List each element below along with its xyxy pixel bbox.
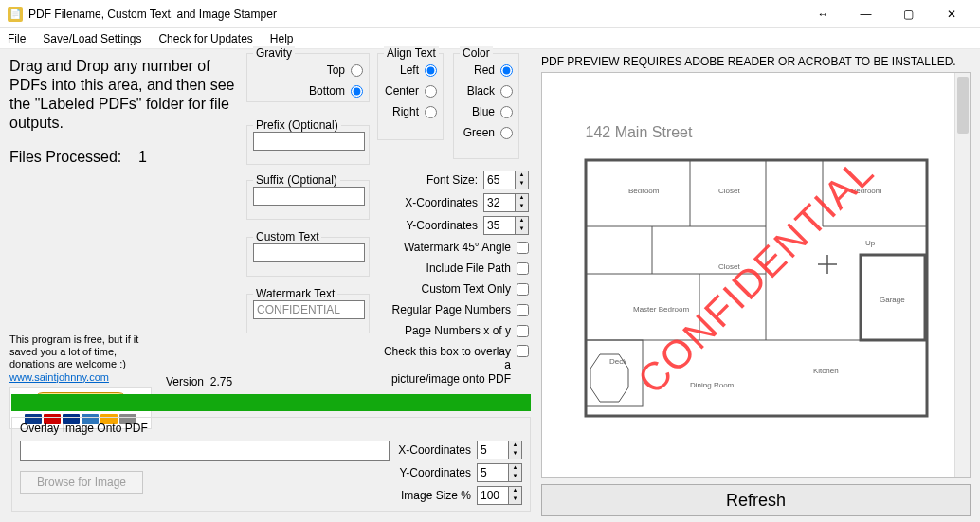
- browse-image-button[interactable]: Browse for Image: [20, 471, 143, 494]
- color-blue-radio[interactable]: [500, 106, 513, 118]
- align-title: Align Text: [384, 46, 439, 60]
- y-coord-label: Y-Coordinates: [406, 219, 478, 232]
- color-green-radio[interactable]: [500, 127, 513, 139]
- color-red-radio[interactable]: [500, 64, 513, 77]
- version-label: Version: [166, 375, 204, 388]
- overlay-path-input[interactable]: [20, 441, 390, 461]
- overlay-y-label: Y-Coordinates: [399, 466, 471, 479]
- overlay-y-spinner[interactable]: ▲▼: [477, 463, 522, 482]
- watermark-text-title: Watermark Text: [253, 287, 337, 300]
- x-coord-input[interactable]: [483, 193, 516, 212]
- x-coord-spinner[interactable]: ▲▼: [483, 193, 529, 212]
- window-title: PDF Filename, Custom Text, and Image Sta…: [28, 8, 802, 21]
- color-black-label: Black: [467, 84, 495, 98]
- gravity-bottom-radio[interactable]: [351, 85, 363, 98]
- font-size-label: Font Size:: [426, 173, 478, 187]
- check-reg-page[interactable]: [517, 304, 529, 316]
- check-custom-only[interactable]: [517, 283, 529, 296]
- gravity-title: Gravity: [253, 46, 295, 60]
- custom-text-title: Custom Text: [253, 230, 321, 243]
- align-left-label: Left: [400, 63, 419, 77]
- maximize-button[interactable]: ▢: [887, 0, 930, 28]
- files-processed-label: Files Processed:: [9, 149, 121, 165]
- close-button[interactable]: ✕: [930, 0, 972, 28]
- color-blue-label: Blue: [472, 105, 495, 118]
- watermark-text-input[interactable]: [253, 300, 365, 319]
- preview-address: 142 Main Street: [586, 124, 693, 141]
- svg-text:Garage: Garage: [880, 296, 905, 304]
- align-center-radio[interactable]: [425, 85, 437, 98]
- align-right-radio[interactable]: [425, 106, 437, 118]
- color-title: Color: [460, 46, 493, 60]
- menu-help[interactable]: Help: [270, 32, 294, 45]
- drop-instructions: Drag and Drop any number of PDFs into th…: [9, 57, 237, 133]
- titlebar: 📄 PDF Filename, Custom Text, and Image S…: [0, 0, 980, 28]
- check-reg-page-label: Regular Page Numbers: [392, 303, 511, 316]
- overlay-x-spinner[interactable]: ▲▼: [477, 441, 522, 459]
- svg-text:Up: Up: [865, 239, 876, 247]
- check-page-xy-label: Page Numbers x of y: [405, 324, 511, 337]
- overlay-x-label: X-Coordinates: [398, 443, 471, 457]
- svg-text:Deck: Deck: [609, 357, 627, 366]
- svg-text:Dining Room: Dining Room: [690, 381, 735, 389]
- progress-bar: [11, 394, 531, 411]
- check-page-xy[interactable]: [517, 325, 529, 337]
- color-black-radio[interactable]: [500, 85, 513, 98]
- resize-grip-icon[interactable]: ↔: [802, 0, 844, 28]
- menu-save-load[interactable]: Save/Load Settings: [43, 32, 141, 45]
- align-left-radio[interactable]: [425, 64, 437, 77]
- gravity-top-label: Top: [327, 63, 345, 77]
- check-overlay-label1: Check this box to overlay a: [384, 345, 511, 371]
- y-coord-spinner[interactable]: ▲▼: [483, 216, 529, 235]
- check-filepath-label: Include File Path: [426, 261, 511, 275]
- y-coord-input[interactable]: [483, 216, 516, 235]
- gravity-bottom-label: Bottom: [309, 84, 345, 98]
- check-overlay[interactable]: [517, 345, 529, 357]
- svg-text:Bedroom: Bedroom: [628, 187, 660, 195]
- prefix-input[interactable]: [253, 132, 365, 151]
- check-angle[interactable]: [517, 242, 529, 254]
- suffix-title: Suffix (Optional): [253, 173, 340, 187]
- overlay-title: Overlay Image Onto PDF: [20, 422, 522, 435]
- gravity-top-radio[interactable]: [351, 64, 363, 77]
- font-size-spinner[interactable]: ▲▼: [483, 171, 529, 189]
- color-green-label: Green: [463, 126, 495, 139]
- pdf-preview: 142 Main Street: [541, 72, 971, 478]
- version-value: 2.75: [210, 375, 232, 388]
- align-center-label: Center: [385, 84, 419, 98]
- check-custom-only-label: Custom Text Only: [422, 282, 511, 296]
- x-coord-label: X-Coordinates: [405, 196, 478, 209]
- overlay-size-label: Image Size %: [401, 489, 471, 502]
- check-angle-label: Watermark 45° Angle: [404, 241, 511, 254]
- preview-scrollbar[interactable]: [954, 73, 970, 477]
- color-red-label: Red: [474, 63, 495, 77]
- menu-check-updates[interactable]: Check for Updates: [158, 32, 252, 45]
- prefix-title: Prefix (Optional): [253, 118, 341, 132]
- overlay-size-spinner[interactable]: ▲▼: [477, 486, 522, 505]
- donate-text: This program is free, but if it saved yo…: [9, 333, 161, 371]
- font-size-input[interactable]: [483, 171, 516, 189]
- check-overlay-label2: picture/image onto PDF: [391, 372, 511, 386]
- check-filepath[interactable]: [517, 262, 529, 275]
- suffix-input[interactable]: [253, 187, 365, 206]
- files-processed-value: 1: [138, 149, 147, 165]
- overlay-section: Overlay Image Onto PDF Browse for Image …: [11, 417, 531, 512]
- svg-text:Master Bedroom: Master Bedroom: [633, 305, 689, 314]
- refresh-button[interactable]: Refresh: [541, 484, 971, 516]
- donate-link[interactable]: www.saintjohnny.com: [9, 371, 109, 383]
- custom-text-input[interactable]: [253, 243, 365, 262]
- align-right-label: Right: [392, 105, 419, 118]
- app-icon: 📄: [8, 7, 23, 22]
- menu-file[interactable]: File: [8, 32, 26, 45]
- minimize-button[interactable]: —: [844, 0, 887, 28]
- preview-note: PDF PREVIEW REQUIRES ADOBE READER OR ACR…: [541, 55, 971, 70]
- svg-text:Closet: Closet: [718, 187, 740, 195]
- svg-text:Kitchen: Kitchen: [813, 367, 839, 375]
